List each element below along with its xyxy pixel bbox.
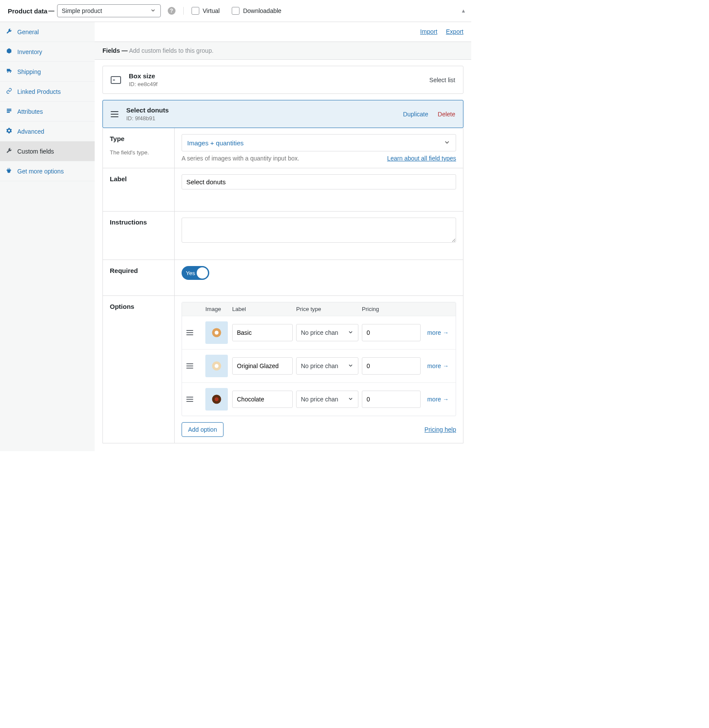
option-price-type-select[interactable]: No price chan	[296, 324, 358, 341]
collapse-panel-icon[interactable]: ▲	[461, 8, 466, 14]
svg-point-6	[215, 331, 219, 335]
type-hint: A series of images with a quantity input…	[182, 155, 299, 162]
product-type-value: Simple product	[62, 7, 102, 14]
downloadable-label: Downloadable	[243, 7, 281, 14]
svg-point-8	[215, 364, 219, 368]
setting-desc-type: The field's type.	[110, 149, 167, 156]
option-label-input[interactable]	[232, 357, 293, 375]
drag-handle-icon[interactable]	[186, 363, 193, 369]
col-image: Image	[205, 306, 229, 312]
sidebar-item-label: Advanced	[17, 128, 44, 135]
field-card-select-donuts[interactable]: Select donuts ID: 9f48b91 Duplicate Dele…	[102, 100, 463, 128]
help-icon[interactable]: ?	[168, 7, 176, 15]
svg-rect-2	[7, 109, 12, 109]
type-selected-value: Images + quantities	[187, 139, 244, 147]
option-row: No price chan more →	[182, 382, 456, 416]
option-image-button[interactable]	[205, 388, 228, 411]
field-id: ID: ee8c49f	[129, 81, 158, 87]
sidebar-item-custom-fields[interactable]: Custom fields	[0, 141, 95, 161]
svg-rect-3	[7, 110, 12, 111]
panel-title: Product data	[8, 7, 48, 15]
sidebar-item-label: Shipping	[17, 68, 41, 75]
setting-label-instructions: Instructions	[110, 218, 167, 226]
type-select[interactable]: Images + quantities	[182, 134, 456, 151]
sidebar-item-general[interactable]: General	[0, 22, 95, 42]
option-more-link[interactable]: more →	[424, 329, 451, 336]
col-pricing: Pricing	[362, 306, 421, 312]
option-pricing-input[interactable]	[362, 324, 421, 341]
add-option-button[interactable]: Add option	[182, 422, 224, 437]
wrench-icon	[6, 148, 13, 155]
setting-label-options: Options	[110, 303, 167, 310]
drag-handle-icon[interactable]	[111, 111, 118, 117]
sidebar-item-linked-products[interactable]: Linked Products	[0, 82, 95, 102]
import-link[interactable]: Import	[420, 28, 438, 35]
checkbox-icon	[192, 7, 199, 15]
field-title: Select donuts	[126, 106, 169, 114]
divider	[183, 7, 184, 15]
option-image-button[interactable]	[205, 355, 228, 377]
wrench-icon	[6, 28, 13, 35]
label-input[interactable]	[182, 174, 456, 189]
sidebar-item-advanced[interactable]: Advanced	[0, 122, 95, 141]
toggle-knob	[197, 267, 208, 279]
product-type-select[interactable]: Simple product	[57, 4, 161, 17]
chevron-down-icon	[444, 139, 450, 147]
setting-label-type: Type	[110, 135, 167, 142]
setting-label-required: Required	[110, 267, 167, 274]
drag-handle-icon[interactable]	[186, 330, 193, 335]
sidebar-item-get-more[interactable]: Get more options	[0, 161, 95, 181]
field-settings-panel: Type The field's type. Images + quantiti…	[102, 128, 463, 443]
field-type-icon	[111, 76, 121, 84]
option-more-link[interactable]: more →	[424, 396, 451, 403]
sidebar-item-label: Linked Products	[17, 88, 61, 95]
toggle-label: Yes	[186, 270, 195, 276]
export-link[interactable]: Export	[446, 28, 463, 35]
option-label-input[interactable]	[232, 324, 293, 341]
field-card-box-size[interactable]: Box size ID: ee8c49f Select list	[102, 66, 463, 94]
option-pricing-input[interactable]	[362, 391, 421, 408]
duplicate-button[interactable]: Duplicate	[403, 111, 428, 118]
svg-rect-4	[7, 112, 10, 112]
drag-handle-icon[interactable]	[186, 397, 193, 402]
option-price-type-select[interactable]: No price chan	[296, 357, 358, 375]
option-pricing-input[interactable]	[362, 357, 421, 375]
sidebar-item-shipping[interactable]: Shipping	[0, 62, 95, 82]
options-table: Image Label Price type Pricing No price …	[182, 302, 456, 416]
required-toggle[interactable]: Yes	[182, 266, 209, 280]
chevron-down-icon	[348, 362, 354, 370]
gear-icon	[6, 128, 13, 135]
chevron-down-icon	[150, 7, 156, 15]
fields-header-label: Fields —	[102, 47, 128, 54]
sidebar-item-label: Inventory	[17, 48, 42, 55]
instructions-textarea[interactable]	[182, 218, 456, 243]
sidebar-item-attributes[interactable]: Attributes	[0, 102, 95, 122]
dash: —	[48, 7, 54, 14]
learn-field-types-link[interactable]: Learn about all field types	[387, 155, 456, 162]
chevron-down-icon	[348, 329, 354, 337]
sidebar-item-label: General	[17, 29, 39, 35]
fields-header-hint: Add custom fields to this group.	[129, 47, 213, 54]
virtual-checkbox-wrap[interactable]: Virtual	[192, 7, 220, 15]
pricing-help-link[interactable]: Pricing help	[425, 426, 456, 433]
delete-button[interactable]: Delete	[438, 111, 455, 118]
checkbox-icon	[232, 7, 240, 15]
link-icon	[6, 88, 13, 95]
plugin-icon	[6, 167, 13, 175]
inventory-icon	[6, 48, 13, 55]
svg-point-1	[10, 72, 11, 73]
option-more-link[interactable]: more →	[424, 362, 451, 369]
sidebar-item-label: Custom fields	[17, 148, 54, 155]
col-label: Label	[232, 306, 293, 312]
option-price-type-select[interactable]: No price chan	[296, 391, 358, 408]
svg-point-10	[215, 398, 219, 401]
field-title: Box size	[129, 72, 158, 80]
sidebar-item-inventory[interactable]: Inventory	[0, 42, 95, 62]
sidebar-item-label: Attributes	[17, 108, 43, 115]
option-label-input[interactable]	[232, 391, 293, 408]
col-price-type: Price type	[296, 306, 358, 312]
option-image-button[interactable]	[205, 321, 228, 344]
field-type-label: Select list	[429, 77, 455, 83]
downloadable-checkbox-wrap[interactable]: Downloadable	[232, 7, 281, 15]
setting-label-label: Label	[110, 175, 167, 183]
